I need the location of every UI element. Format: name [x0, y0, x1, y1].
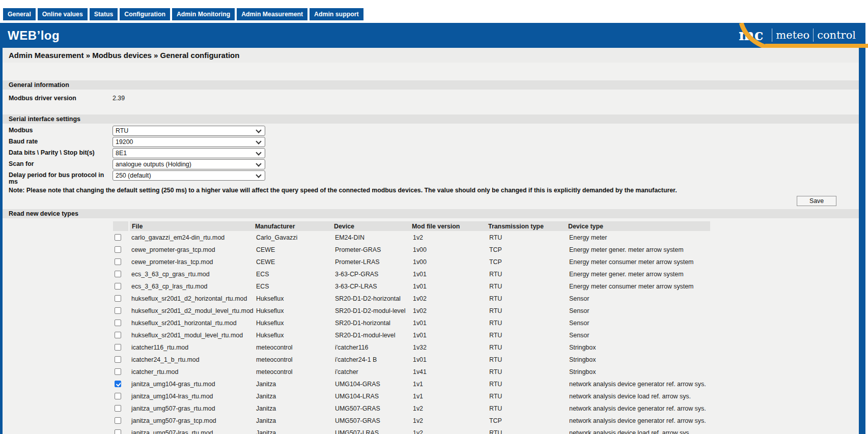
device-checkbox[interactable]: [115, 283, 121, 290]
device-file-cell: janitza_umg507-gras_tcp.mod: [129, 417, 254, 424]
device-name-cell: UMG507-GRAS: [333, 405, 411, 412]
device-checkbox[interactable]: [115, 368, 121, 375]
main-frame: WEB’log mc meteo control Admin Measureme…: [0, 23, 865, 434]
device-manufacturer-cell: Carlo_Gavazzi: [254, 234, 333, 241]
transmission-type-cell: TCP: [487, 246, 567, 253]
device-name-cell: SR20-D1-modul-level: [333, 332, 411, 339]
device-manufacturer-cell: Janitza: [254, 405, 333, 412]
device-name-cell: Prometer-LRAS: [333, 258, 411, 266]
device-name-cell: i'catcher116: [333, 344, 411, 351]
column-header-device: Device: [332, 223, 410, 230]
header-orange-bar: [765, 44, 868, 48]
device-name-cell: i'catcher24-1 B: [333, 356, 411, 363]
device-checkbox[interactable]: [115, 246, 121, 253]
device-checkbox[interactable]: [115, 307, 121, 314]
device-manufacturer-cell: Hukseflux: [254, 332, 333, 339]
device-checkbox[interactable]: [115, 295, 121, 302]
tab-admin-measurement[interactable]: Admin Measurement: [237, 8, 307, 20]
data-bits-parity-stop-label: Data bits \ Parity \ Stop bit(s): [3, 148, 113, 156]
device-manufacturer-cell: ECS: [254, 283, 333, 290]
mod-file-version-cell: 1v2: [411, 429, 487, 434]
serial-settings-form: Modbus RTU Baud rate 19200 Data bits \ P…: [3, 126, 859, 184]
modbus-select-wrap: RTU: [113, 126, 265, 136]
table-row: hukseflux_sr20d1_modul_level_rtu.mod Huk…: [113, 329, 710, 341]
device-checkbox[interactable]: [115, 381, 121, 387]
device-file-cell: janitza_umg507-gras_rtu.mod: [129, 405, 254, 412]
device-name-cell: i'catcher: [333, 368, 411, 375]
device-checkbox[interactable]: [115, 429, 121, 434]
transmission-type-cell: RTU: [487, 320, 567, 327]
device-name-cell: SR20-D1-D2-modul-level: [333, 307, 411, 314]
table-row: janitza_umg507-gras_tcp.mod Janitza UMG5…: [113, 415, 710, 426]
data-bits-select[interactable]: 8E1: [113, 148, 265, 158]
device-file-cell: icatcher_rtu.mod: [129, 368, 254, 375]
device-file-cell: ecs_3_63_cp_gras_rtu.mod: [129, 271, 254, 278]
scan-for-row: Scan for analogue outputs (Holding): [3, 159, 859, 170]
device-name-cell: SR20-D1-horizontal: [333, 320, 411, 327]
device-file-cell: janitza_umg507-lras_rtu.mod: [129, 429, 254, 434]
tab-online-values[interactable]: Online values: [38, 8, 88, 20]
device-type-cell: Energy meter: [567, 234, 710, 241]
baud-rate-select[interactable]: 19200: [113, 137, 265, 147]
column-header-transmission-type: Transmission type: [486, 223, 566, 230]
table-row: cewe_prometer-gras_tcp.mod CEWE Prometer…: [113, 244, 710, 255]
device-type-cell: Sensor: [567, 332, 710, 339]
data-bits-select-wrap: 8E1: [113, 148, 265, 158]
modbus-row: Modbus RTU: [3, 126, 859, 137]
device-checkbox[interactable]: [115, 405, 121, 412]
device-name-cell: 3-63-CP-GRAS: [333, 271, 411, 278]
section-general-information: General information: [3, 80, 859, 90]
mod-file-version-cell: 1v00: [411, 258, 487, 266]
device-type-cell: Energy meter consumer meter arrow system: [567, 283, 710, 290]
column-header-manufacturer: Manufacturer: [253, 223, 332, 230]
transmission-type-cell: RTU: [487, 405, 567, 412]
table-row: ecs_3_63_cp_gras_rtu.mod ECS 3-63-CP-GRA…: [113, 268, 710, 280]
device-checkbox[interactable]: [115, 417, 121, 424]
device-type-cell: Sensor: [567, 295, 710, 302]
transmission-type-cell: RTU: [487, 283, 567, 290]
device-checkbox[interactable]: [115, 258, 121, 265]
baud-rate-label: Baud rate: [3, 137, 113, 145]
app-header: WEB’log mc meteo control: [3, 23, 859, 48]
transmission-type-cell: RTU: [487, 271, 567, 278]
device-manufacturer-cell: Janitza: [254, 417, 333, 424]
device-checkbox[interactable]: [115, 344, 121, 351]
mod-file-version-cell: 1v2: [411, 405, 487, 412]
device-checkbox[interactable]: [115, 271, 121, 277]
transmission-type-cell: RTU: [487, 393, 567, 400]
device-checkbox[interactable]: [115, 393, 121, 399]
device-checkbox[interactable]: [115, 234, 121, 241]
mod-file-version-cell: 1v01: [411, 271, 487, 278]
mod-file-version-cell: 1v41: [411, 368, 487, 375]
mod-file-version-cell: 1v00: [411, 246, 487, 253]
device-type-cell: Sensor: [567, 320, 710, 327]
page: GeneralOnline valuesStatusConfigurationA…: [0, 0, 868, 434]
top-nav-tabs: GeneralOnline valuesStatusConfigurationA…: [3, 8, 366, 20]
scan-for-select[interactable]: analogue outputs (Holding): [113, 159, 265, 169]
content-area: General information Modbus driver versio…: [3, 80, 859, 434]
logo-word-control: control: [817, 29, 856, 41]
tab-general[interactable]: General: [3, 8, 36, 20]
device-checkbox[interactable]: [115, 356, 121, 363]
device-type-cell: network analysis device generator ref. a…: [567, 417, 710, 424]
modbus-driver-version-label: Modbus driver version: [3, 95, 113, 102]
device-file-cell: icatcher24_1_b_rtu.mod: [129, 356, 254, 363]
delay-period-select[interactable]: 250 (default): [113, 170, 265, 181]
device-checkbox[interactable]: [115, 332, 121, 338]
table-row: icatcher24_1_b_rtu.mod meteocontrol i'ca…: [113, 354, 710, 365]
tab-configuration[interactable]: Configuration: [120, 8, 170, 20]
tab-admin-monitoring[interactable]: Admin Monitoring: [172, 8, 235, 20]
table-row: janitza_umg104-lras_rtu.mod Janitza UMG1…: [113, 390, 710, 402]
save-button[interactable]: Save: [797, 196, 836, 206]
tab-status[interactable]: Status: [90, 8, 118, 20]
device-file-cell: icatcher116_rtu.mod: [129, 344, 254, 351]
device-file-cell: carlo_gavazzi_em24-din_rtu.mod: [129, 234, 254, 241]
device-file-cell: hukseflux_sr20d1_d2_horizontal_rtu.mod: [129, 295, 254, 302]
logo-word-meteo: meteo: [776, 29, 809, 41]
modbus-select[interactable]: RTU: [113, 126, 265, 136]
device-checkbox[interactable]: [115, 320, 121, 326]
device-manufacturer-cell: ECS: [254, 271, 333, 278]
device-name-cell: UMG507-GRAS: [333, 417, 411, 424]
tab-admin-support[interactable]: Admin support: [310, 8, 363, 20]
baud-rate-row: Baud rate 19200: [3, 137, 859, 148]
